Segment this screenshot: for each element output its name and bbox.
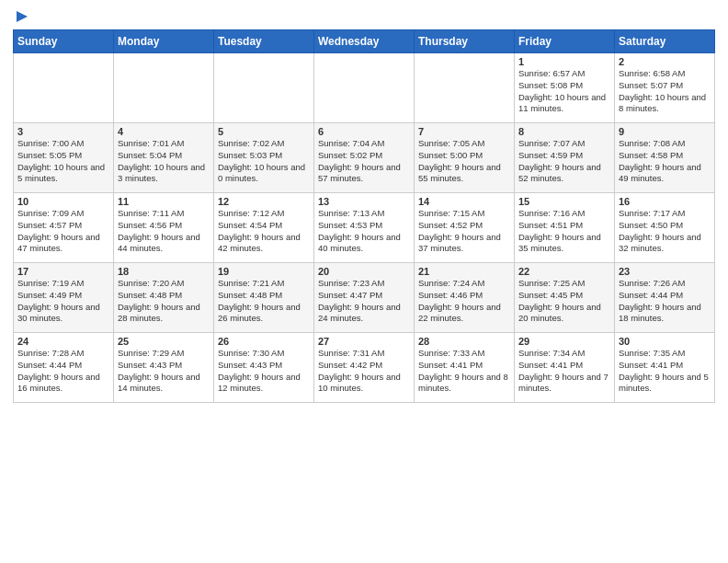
day-number: 21 [418,266,510,277]
calendar-week-2: 3Sunrise: 7:00 AM Sunset: 5:05 PM Daylig… [14,123,715,193]
day-info: Sunrise: 7:24 AM Sunset: 4:46 PM Dayligh… [418,278,510,325]
calendar: SundayMondayTuesdayWednesdayThursdayFrid… [13,29,715,403]
calendar-cell: 17Sunrise: 7:19 AM Sunset: 4:49 PM Dayli… [14,263,114,333]
day-info: Sunrise: 7:31 AM Sunset: 4:42 PM Dayligh… [318,348,410,395]
day-number: 5 [218,126,310,137]
day-number: 17 [17,266,109,277]
day-number: 3 [17,126,109,137]
calendar-cell: 18Sunrise: 7:20 AM Sunset: 4:48 PM Dayli… [114,263,214,333]
calendar-cell: 19Sunrise: 7:21 AM Sunset: 4:48 PM Dayli… [214,263,314,333]
calendar-cell: 16Sunrise: 7:17 AM Sunset: 4:50 PM Dayli… [615,193,715,263]
svg-marker-0 [17,11,28,22]
day-info: Sunrise: 7:23 AM Sunset: 4:47 PM Dayligh… [318,278,410,325]
calendar-cell [214,53,314,123]
day-header-friday: Friday [515,30,615,53]
day-number: 20 [318,266,410,277]
day-number: 16 [619,196,711,207]
day-info: Sunrise: 7:34 AM Sunset: 4:41 PM Dayligh… [518,348,610,395]
day-number: 8 [518,126,610,137]
day-info: Sunrise: 7:17 AM Sunset: 4:50 PM Dayligh… [619,208,711,255]
day-number: 19 [218,266,310,277]
day-info: Sunrise: 7:00 AM Sunset: 5:05 PM Dayligh… [17,138,109,185]
logo [13,9,29,24]
day-info: Sunrise: 7:09 AM Sunset: 4:57 PM Dayligh… [17,208,109,255]
day-info: Sunrise: 7:02 AM Sunset: 5:03 PM Dayligh… [218,138,310,185]
day-header-wednesday: Wednesday [314,30,415,53]
calendar-cell: 24Sunrise: 7:28 AM Sunset: 4:44 PM Dayli… [14,333,114,403]
day-header-thursday: Thursday [415,30,515,53]
calendar-header-row: SundayMondayTuesdayWednesdayThursdayFrid… [14,30,715,53]
calendar-cell: 28Sunrise: 7:33 AM Sunset: 4:41 PM Dayli… [415,333,515,403]
day-info: Sunrise: 6:57 AM Sunset: 5:08 PM Dayligh… [518,68,610,115]
day-info: Sunrise: 7:01 AM Sunset: 5:04 PM Dayligh… [118,138,210,185]
day-number: 6 [318,126,410,137]
calendar-cell: 27Sunrise: 7:31 AM Sunset: 4:42 PM Dayli… [314,333,415,403]
day-info: Sunrise: 7:15 AM Sunset: 4:52 PM Dayligh… [418,208,510,255]
day-info: Sunrise: 7:13 AM Sunset: 4:53 PM Dayligh… [318,208,410,255]
day-number: 26 [218,336,310,347]
day-number: 14 [418,196,510,207]
calendar-cell: 20Sunrise: 7:23 AM Sunset: 4:47 PM Dayli… [314,263,415,333]
calendar-cell: 26Sunrise: 7:30 AM Sunset: 4:43 PM Dayli… [214,333,314,403]
calendar-cell: 5Sunrise: 7:02 AM Sunset: 5:03 PM Daylig… [214,123,314,193]
calendar-cell: 15Sunrise: 7:16 AM Sunset: 4:51 PM Dayli… [515,193,615,263]
calendar-week-4: 17Sunrise: 7:19 AM Sunset: 4:49 PM Dayli… [14,263,715,333]
logo-area [13,9,29,24]
day-number: 29 [518,336,610,347]
calendar-cell: 11Sunrise: 7:11 AM Sunset: 4:56 PM Dayli… [114,193,214,263]
day-info: Sunrise: 7:21 AM Sunset: 4:48 PM Dayligh… [218,278,310,325]
day-info: Sunrise: 7:04 AM Sunset: 5:02 PM Dayligh… [318,138,410,185]
day-number: 25 [118,336,210,347]
day-info: Sunrise: 7:16 AM Sunset: 4:51 PM Dayligh… [518,208,610,255]
day-number: 11 [118,196,210,207]
calendar-cell: 21Sunrise: 7:24 AM Sunset: 4:46 PM Dayli… [415,263,515,333]
calendar-cell: 8Sunrise: 7:07 AM Sunset: 4:59 PM Daylig… [515,123,615,193]
day-info: Sunrise: 6:58 AM Sunset: 5:07 PM Dayligh… [619,68,711,115]
calendar-cell: 22Sunrise: 7:25 AM Sunset: 4:45 PM Dayli… [515,263,615,333]
day-info: Sunrise: 7:11 AM Sunset: 4:56 PM Dayligh… [118,208,210,255]
day-number: 12 [218,196,310,207]
day-number: 18 [118,266,210,277]
day-number: 9 [619,126,711,137]
calendar-cell: 9Sunrise: 7:08 AM Sunset: 4:58 PM Daylig… [615,123,715,193]
day-info: Sunrise: 7:19 AM Sunset: 4:49 PM Dayligh… [17,278,109,325]
day-header-sunday: Sunday [14,30,114,53]
calendar-cell: 14Sunrise: 7:15 AM Sunset: 4:52 PM Dayli… [415,193,515,263]
day-number: 4 [118,126,210,137]
day-number: 30 [619,336,711,347]
calendar-cell: 1Sunrise: 6:57 AM Sunset: 5:08 PM Daylig… [515,53,615,123]
day-info: Sunrise: 7:07 AM Sunset: 4:59 PM Dayligh… [518,138,610,185]
day-number: 22 [518,266,610,277]
calendar-cell: 2Sunrise: 6:58 AM Sunset: 5:07 PM Daylig… [615,53,715,123]
day-number: 23 [619,266,711,277]
day-number: 1 [518,56,610,67]
calendar-cell: 3Sunrise: 7:00 AM Sunset: 5:05 PM Daylig… [14,123,114,193]
day-header-monday: Monday [114,30,214,53]
calendar-cell: 7Sunrise: 7:05 AM Sunset: 5:00 PM Daylig… [415,123,515,193]
header [13,9,715,24]
calendar-cell: 10Sunrise: 7:09 AM Sunset: 4:57 PM Dayli… [14,193,114,263]
calendar-cell [415,53,515,123]
day-header-tuesday: Tuesday [214,30,314,53]
logo-arrow-icon [15,9,29,24]
day-info: Sunrise: 7:12 AM Sunset: 4:54 PM Dayligh… [218,208,310,255]
calendar-cell: 4Sunrise: 7:01 AM Sunset: 5:04 PM Daylig… [114,123,214,193]
calendar-week-1: 1Sunrise: 6:57 AM Sunset: 5:08 PM Daylig… [14,53,715,123]
day-number: 10 [17,196,109,207]
day-info: Sunrise: 7:30 AM Sunset: 4:43 PM Dayligh… [218,348,310,395]
day-info: Sunrise: 7:25 AM Sunset: 4:45 PM Dayligh… [518,278,610,325]
calendar-cell: 6Sunrise: 7:04 AM Sunset: 5:02 PM Daylig… [314,123,415,193]
calendar-cell: 29Sunrise: 7:34 AM Sunset: 4:41 PM Dayli… [515,333,615,403]
calendar-cell: 23Sunrise: 7:26 AM Sunset: 4:44 PM Dayli… [615,263,715,333]
page: SundayMondayTuesdayWednesdayThursdayFrid… [0,0,728,563]
day-number: 7 [418,126,510,137]
day-info: Sunrise: 7:26 AM Sunset: 4:44 PM Dayligh… [619,278,711,325]
calendar-cell: 13Sunrise: 7:13 AM Sunset: 4:53 PM Dayli… [314,193,415,263]
day-number: 24 [17,336,109,347]
calendar-cell: 30Sunrise: 7:35 AM Sunset: 4:41 PM Dayli… [615,333,715,403]
calendar-cell: 12Sunrise: 7:12 AM Sunset: 4:54 PM Dayli… [214,193,314,263]
day-info: Sunrise: 7:05 AM Sunset: 5:00 PM Dayligh… [418,138,510,185]
day-info: Sunrise: 7:35 AM Sunset: 4:41 PM Dayligh… [619,348,711,395]
day-info: Sunrise: 7:33 AM Sunset: 4:41 PM Dayligh… [418,348,510,395]
day-number: 27 [318,336,410,347]
